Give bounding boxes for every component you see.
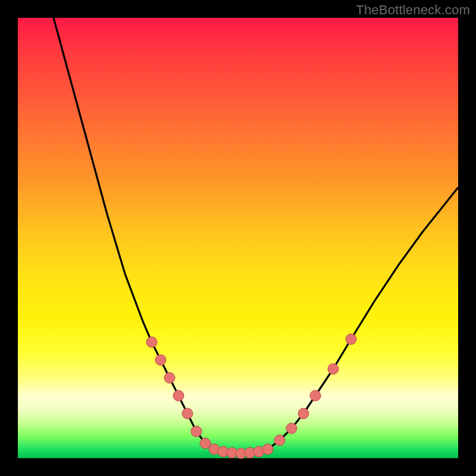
chart-frame: TheBottleneck.com	[0, 0, 476, 476]
curve-marker	[286, 423, 297, 434]
curve-marker	[164, 372, 175, 383]
curve-markers	[146, 334, 356, 459]
curve-marker	[328, 364, 339, 374]
curve-marker	[274, 435, 285, 446]
curve-marker	[191, 426, 202, 437]
curve-marker	[146, 337, 157, 347]
curve-path	[54, 18, 458, 453]
curve-marker	[298, 408, 309, 419]
curve-marker	[155, 355, 166, 365]
curve-marker	[182, 408, 193, 419]
bottleneck-curve	[54, 18, 458, 453]
curve-marker	[346, 334, 356, 345]
curve-marker	[310, 390, 321, 401]
curve-marker	[173, 390, 184, 401]
curve-marker	[262, 444, 273, 455]
curve-layer	[18, 18, 458, 458]
watermark-text: TheBottleneck.com	[356, 2, 470, 18]
